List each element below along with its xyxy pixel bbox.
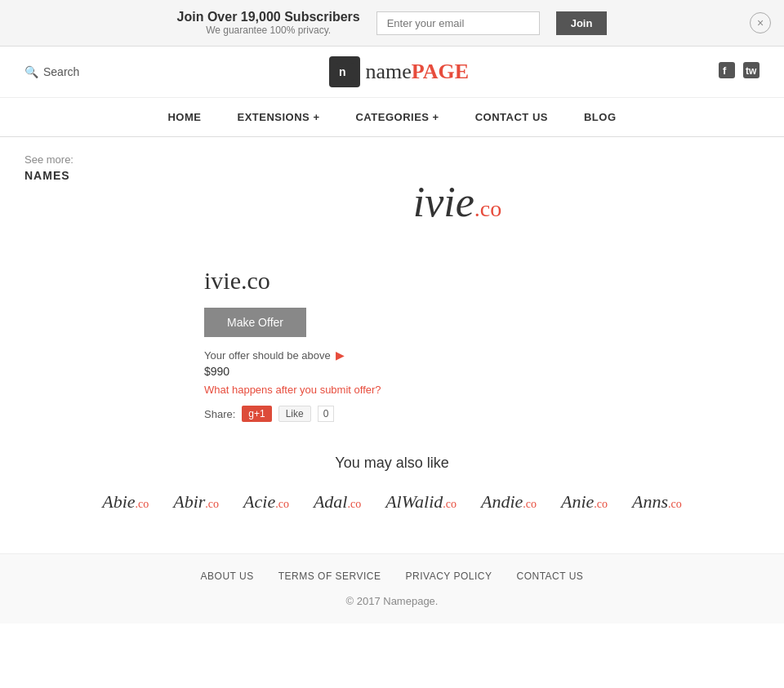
top-banner: Join Over 19,000 Subscribers We guarante… — [0, 0, 784, 47]
domain-name-display: ivie — [413, 179, 474, 225]
svg-text:n: n — [339, 65, 346, 78]
see-more-label: See more: — [24, 153, 155, 166]
main-nav: HOME EXTENSIONS + CATEGORIES + CONTACT U… — [0, 98, 784, 137]
fb-count: 0 — [318, 406, 335, 422]
facebook-like-button[interactable]: Like — [278, 406, 311, 422]
svg-text:tw: tw — [746, 65, 757, 77]
also-like-section: You may also like Abie.coAbir.coAcie.coA… — [0, 438, 784, 553]
make-offer-button[interactable]: Make Offer — [204, 308, 306, 337]
offer-price: $990 — [204, 365, 381, 378]
domain-title: ivie.co — [204, 267, 381, 295]
footer-links: ABOUT USTERMS OF SERVICEPRIVACY POLICYCO… — [16, 570, 768, 582]
nav-extensions[interactable]: EXTENSIONS + — [219, 98, 337, 136]
nav-contact[interactable]: CONTACT US — [457, 98, 566, 136]
social-links: f tw — [719, 62, 760, 82]
offer-above-text: Your offer should be above — [204, 349, 331, 362]
search-label: Search — [43, 65, 79, 78]
nav-categories[interactable]: CATEGORIES + — [337, 98, 457, 136]
search-icon: 🔍 — [24, 65, 38, 78]
banner-text: Join Over 19,000 Subscribers We guarante… — [177, 10, 360, 36]
google-plus-button[interactable]: g+1 — [242, 406, 271, 422]
email-input[interactable] — [376, 11, 540, 35]
also-like-item[interactable]: Abie.co — [102, 491, 149, 513]
domain-logo-display: ivie.co — [155, 153, 760, 251]
also-like-item[interactable]: Abir.co — [173, 491, 219, 513]
share-label: Share: — [204, 408, 235, 420]
share-row: Share: g+1 Like 0 — [204, 406, 381, 422]
footer-link[interactable]: PRIVACY POLICY — [406, 570, 492, 582]
offer-faq-link[interactable]: What happens after you submit offer? — [204, 384, 381, 396]
logo-text: namePAGE — [365, 60, 469, 84]
footer-link[interactable]: TERMS OF SERVICE — [278, 570, 381, 582]
domain-info: ivie.co Make Offer Your offer should be … — [204, 267, 381, 422]
header: 🔍 Search n namePAGE f tw — [0, 47, 784, 98]
also-like-item[interactable]: Anns.co — [632, 491, 682, 513]
footer: ABOUT USTERMS OF SERVICEPRIVACY POLICYCO… — [0, 553, 784, 624]
footer-copyright: © 2017 Namepage. — [16, 595, 768, 607]
also-like-grid: Abie.coAbir.coAcie.coAdal.coAlWalid.coAn… — [24, 491, 760, 513]
svg-rect-2 — [719, 62, 735, 78]
fb-like-label: Like — [286, 408, 304, 419]
banner-title: Join Over 19,000 Subscribers — [177, 10, 360, 24]
logo-icon: n — [329, 56, 360, 87]
also-like-item[interactable]: Adal.co — [314, 491, 361, 513]
banner-subtitle: We guarantee 100% privacy. — [177, 24, 360, 36]
also-like-title: You may also like — [24, 455, 760, 472]
search-trigger[interactable]: 🔍 Search — [24, 65, 79, 78]
sidebar: See more: NAMES — [24, 153, 155, 438]
domain-ext-display: .co — [474, 196, 501, 221]
offer-arrow-icon: ▶ — [336, 348, 345, 362]
footer-link[interactable]: CONTACT US — [516, 570, 583, 582]
also-like-item[interactable]: Anie.co — [561, 491, 608, 513]
names-category-link[interactable]: NAMES — [24, 169, 70, 182]
facebook-link[interactable]: f — [719, 62, 735, 82]
logo[interactable]: n namePAGE — [329, 56, 469, 87]
also-like-item[interactable]: Acie.co — [243, 491, 289, 513]
also-like-item[interactable]: AlWalid.co — [385, 491, 457, 513]
nav-blog[interactable]: BLOG — [566, 98, 635, 136]
nav-home[interactable]: HOME — [149, 98, 219, 136]
svg-text:f: f — [723, 64, 727, 77]
join-button[interactable]: Join — [556, 11, 608, 35]
also-like-item[interactable]: Andie.co — [481, 491, 537, 513]
footer-link[interactable]: ABOUT US — [201, 570, 254, 582]
close-banner-button[interactable]: × — [750, 12, 771, 33]
offer-info: Your offer should be above ▶ — [204, 348, 381, 362]
twitter-link[interactable]: tw — [743, 62, 760, 82]
